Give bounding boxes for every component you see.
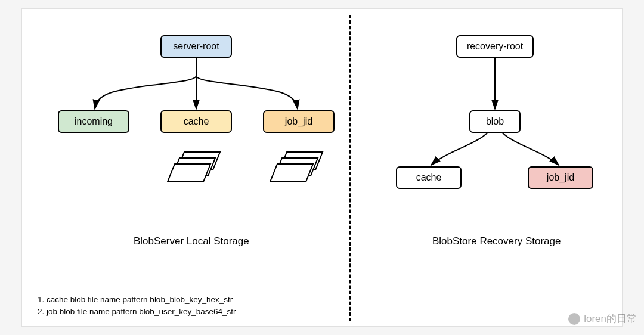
node-incoming: incoming — [58, 110, 129, 133]
file-stack-jobjid — [270, 152, 323, 182]
edge-blob-jobjid — [503, 133, 559, 165]
edge-serverroot-incoming — [95, 58, 196, 109]
node-cache-left: cache — [160, 110, 232, 133]
file-stack-cache — [168, 152, 220, 182]
notes: 1. cache blob file name pattern blob_blo… — [38, 294, 236, 317]
watermark-text: loren的日常 — [584, 312, 637, 325]
node-job-jid-right: job_jid — [528, 166, 593, 189]
edge-serverroot-jobjid — [196, 58, 298, 109]
diagram-canvas: server-root incoming cache job_jid recov… — [21, 8, 623, 327]
node-recovery-root: recovery-root — [456, 35, 534, 58]
node-job-jid-left: job_jid — [263, 110, 335, 133]
watermark: loren的日常 — [568, 312, 637, 325]
node-cache-right: cache — [396, 166, 462, 189]
edge-blob-cache — [431, 133, 487, 165]
caption-right: BlobStore Recovery Storage — [432, 235, 561, 247]
node-server-root: server-root — [160, 35, 232, 58]
caption-left: BlobServer Local Storage — [134, 235, 249, 247]
note-line-2: 2. job blob file name pattern blob_user_… — [38, 306, 236, 318]
panel-divider — [349, 15, 351, 321]
wechat-icon — [568, 313, 580, 325]
note-line-1: 1. cache blob file name pattern blob_blo… — [38, 294, 236, 306]
node-blob: blob — [469, 110, 521, 133]
